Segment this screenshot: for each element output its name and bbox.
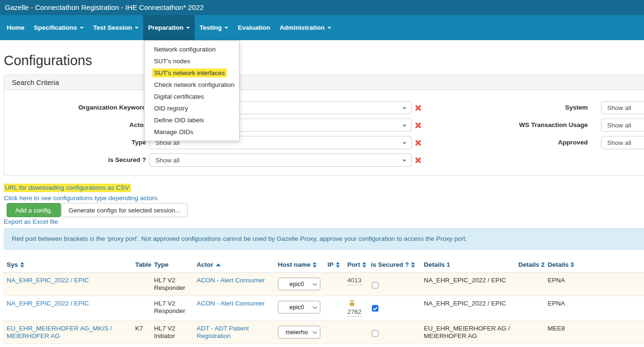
host-name-value: epic0 bbox=[289, 280, 309, 288]
column-header-port[interactable]: Port bbox=[343, 257, 367, 273]
menu-item-label: SUT's nodes bbox=[154, 58, 190, 65]
clear-filter-icon[interactable] bbox=[414, 104, 422, 111]
chevron-down-icon bbox=[224, 27, 228, 29]
column-header-host-name[interactable]: Host name bbox=[274, 257, 324, 273]
secured-checkbox[interactable] bbox=[372, 330, 378, 337]
sort-icon bbox=[20, 262, 24, 268]
column-header-label: Table bbox=[135, 261, 151, 268]
configurations-table: SysTableTypeActorHost nameIPPortis Secur… bbox=[3, 257, 644, 347]
port-value[interactable]: 4013 bbox=[347, 277, 361, 285]
proxy-info-text: Red port between brackets is the 'proxy … bbox=[4, 229, 644, 242]
cell-ip bbox=[324, 321, 343, 344]
sort-icon bbox=[411, 262, 415, 268]
system-link[interactable]: NA_EHR_EPIC_2022 / EPIC bbox=[7, 300, 89, 307]
nav-item-home[interactable]: Home bbox=[2, 15, 29, 40]
nav-item-preparation[interactable]: Preparation bbox=[143, 15, 195, 40]
depending-actors-link[interactable]: Click here to see configurations type de… bbox=[4, 195, 157, 202]
menu-item-oid-registry[interactable]: OID registry bbox=[145, 102, 239, 114]
column-header-table: Table bbox=[131, 257, 150, 273]
nav-item-testing[interactable]: Testing bbox=[195, 15, 233, 40]
clear-filter-icon[interactable] bbox=[414, 122, 422, 129]
cell-sys: NA_EHR_EPIC_2022 / EPIC bbox=[3, 273, 131, 296]
cell-is-secured bbox=[367, 273, 420, 296]
column-header-label: Details 3 bbox=[548, 261, 574, 268]
menu-item-sut-s-network-interfaces[interactable]: SUT's network interfaces bbox=[145, 67, 239, 79]
export-excel-link[interactable]: Export as Excel file bbox=[4, 218, 58, 225]
table-row: NA_GATEWAY_Philips Surveillance /NuHL7 V… bbox=[3, 344, 644, 347]
menu-item-label: OID registry bbox=[154, 105, 188, 112]
secured-checkbox[interactable] bbox=[372, 305, 378, 312]
cell-sys: EU_EHR_MEIERHOFER AG_MKIS / MEIERHOFER A… bbox=[3, 321, 131, 344]
secured-checkbox[interactable] bbox=[372, 282, 378, 288]
menu-item-manage-oids[interactable]: Manage OIDs bbox=[145, 126, 239, 138]
chevron-down-icon bbox=[135, 27, 138, 29]
field-label: Approved bbox=[482, 139, 588, 146]
menu-item-network-configuration[interactable]: Network configuration bbox=[145, 43, 239, 55]
clear-filter-icon[interactable] bbox=[414, 139, 422, 146]
menu-item-sut-s-nodes[interactable]: SUT's nodes bbox=[145, 55, 239, 67]
menu-item-label: Check network configuration bbox=[154, 81, 234, 88]
field-label: is Secured ? bbox=[4, 156, 146, 163]
actor-link[interactable]: ACON - Alert Consumer bbox=[197, 300, 265, 307]
generate-configs-button[interactable]: Generate configs for selected session... bbox=[61, 203, 188, 217]
approved-select[interactable]: Show all bbox=[601, 136, 644, 149]
menu-item-digital-certificates[interactable]: Digital certificates bbox=[145, 91, 239, 102]
column-header-ip[interactable]: IP bbox=[324, 257, 343, 273]
app-root: { "header": { "title": "Gazelle - Connec… bbox=[0, 0, 644, 347]
lock-icon bbox=[349, 300, 355, 308]
column-header-label: Details 1 bbox=[424, 261, 450, 268]
cell-details-1: NA_GATEWAY_Philips S / bbox=[420, 344, 515, 347]
app-title: Gazelle - Connectathon Registration - IH… bbox=[0, 0, 644, 11]
cell-details-2 bbox=[515, 321, 544, 344]
menu-item-label: SUT's network interfaces bbox=[152, 68, 227, 77]
column-header-details-2: Details 2 bbox=[515, 257, 544, 273]
cell-port: 4013 bbox=[343, 273, 367, 296]
menu-item-label: Digital certificates bbox=[154, 93, 204, 100]
nav-item-test-session[interactable]: Test Session bbox=[88, 15, 143, 40]
add-config-button[interactable]: Add a config. bbox=[7, 203, 61, 217]
csv-download-link-label: URL for downloading configurations as CS… bbox=[4, 184, 131, 192]
cell-is-secured bbox=[367, 321, 420, 344]
sort-icon bbox=[362, 262, 366, 268]
field-label: Organization Keyword bbox=[4, 104, 146, 111]
actor-link[interactable]: ACON - Alert Consumer bbox=[197, 277, 265, 284]
host-name-select[interactable]: epic0 bbox=[278, 301, 320, 313]
column-header-sys[interactable]: Sys bbox=[3, 257, 131, 273]
nav-item-specifications[interactable]: Specifications bbox=[29, 15, 89, 40]
column-header-label: IP bbox=[327, 261, 334, 268]
cell-is-secured bbox=[367, 344, 420, 347]
cell-details-1: EU_EHR_MEIERHOFER AG / MEIERHOFER AG bbox=[420, 321, 515, 344]
nav-item-label: Administration bbox=[280, 24, 325, 31]
proxy-info-banner: Red port between brackets is the 'proxy … bbox=[4, 228, 644, 250]
menu-item-label: Define OID labels bbox=[154, 117, 204, 124]
table-row: NA_EHR_EPIC_2022 / EPICHL7 V2 ResponderA… bbox=[3, 273, 644, 296]
csv-download-link[interactable]: URL for downloading configurations as CS… bbox=[4, 184, 131, 191]
sort-asc-icon bbox=[216, 263, 221, 266]
system-link[interactable]: NA_EHR_EPIC_2022 / EPIC bbox=[7, 277, 89, 284]
nav-item-administration[interactable]: Administration bbox=[275, 15, 336, 40]
select-caret-icon bbox=[403, 160, 406, 162]
main-navbar: HomeSpecificationsTest SessionPreparatio… bbox=[0, 15, 644, 40]
select-value: Show all bbox=[607, 139, 631, 146]
port-value[interactable]: 2762 bbox=[347, 308, 361, 317]
system-link[interactable]: EU_EHR_MEIERHOFER AG_MKIS / MEIERHOFER A… bbox=[7, 325, 112, 339]
column-header-actor[interactable]: Actor bbox=[193, 257, 274, 273]
host-name-select[interactable]: epic0 bbox=[278, 278, 320, 290]
host-name-select[interactable]: meierho bbox=[278, 326, 320, 339]
is-secured-select[interactable]: Show all bbox=[149, 153, 412, 167]
nav-item-evaluation[interactable]: Evaluation bbox=[233, 15, 275, 40]
table-row: NA_EHR_EPIC_2022 / EPICHL7 V2 ResponderA… bbox=[3, 296, 644, 321]
cell-port: 2762 bbox=[343, 296, 367, 321]
menu-item-check-network-configuration[interactable]: Check network configuration bbox=[145, 79, 239, 91]
menu-item-define-oid-labels[interactable]: Define OID labels bbox=[145, 114, 239, 126]
cell-table: K7 bbox=[131, 321, 150, 344]
app-title-bar: Gazelle - Connectathon Registration - IH… bbox=[0, 0, 644, 15]
ws-transaction-usage-select[interactable]: Show all bbox=[601, 118, 644, 132]
cell-ip bbox=[324, 296, 343, 321]
table-row: EU_EHR_MEIERHOFER AG_MKIS / MEIERHOFER A… bbox=[3, 321, 644, 344]
column-header-label: Actor bbox=[197, 261, 213, 268]
actor-link[interactable]: ADT - ADT Patient Registration bbox=[197, 325, 249, 339]
column-header-is-secured[interactable]: is Secured ? bbox=[367, 257, 420, 273]
system-select[interactable]: Show all bbox=[601, 101, 644, 114]
clear-filter-icon[interactable] bbox=[414, 157, 422, 164]
